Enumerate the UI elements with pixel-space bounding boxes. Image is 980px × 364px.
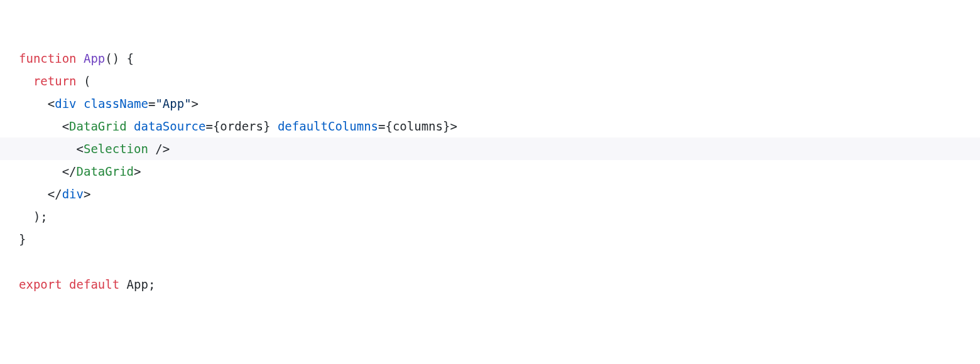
code-token	[77, 51, 84, 65]
code-token: className	[84, 97, 148, 110]
code-token: DataGrid	[69, 119, 127, 133]
code-line: );	[19, 205, 980, 228]
code-token: "App"	[155, 97, 191, 110]
code-token: </	[48, 187, 62, 201]
code-token: div	[62, 187, 84, 201]
code-token: {columns}>	[385, 119, 457, 133]
code-block: function App() { return ( <div className…	[0, 0, 980, 296]
code-line	[19, 250, 980, 273]
code-token: </	[62, 164, 77, 178]
code-token: =	[148, 97, 155, 110]
code-token: DataGrid	[77, 164, 134, 178]
code-line: </div>	[19, 183, 980, 205]
code-line: function App() {	[19, 47, 980, 70]
code-line: return (	[19, 70, 980, 92]
code-token: export	[19, 277, 62, 291]
code-token: }	[19, 232, 26, 246]
code-line: <DataGrid dataSource={orders} defaultCol…	[19, 115, 980, 137]
code-token: =	[378, 119, 385, 133]
code-token: () {	[105, 51, 134, 65]
code-token: );	[33, 210, 48, 223]
code-line: export default App;	[19, 273, 980, 296]
code-token: return	[33, 74, 77, 88]
code-token: default	[69, 277, 119, 291]
code-token: defaultColumns	[278, 119, 378, 133]
code-token	[127, 119, 134, 133]
code-line: <div className="App">	[19, 92, 980, 115]
code-token: {orders}	[213, 119, 271, 133]
code-token: <	[77, 142, 84, 156]
code-token: App	[84, 51, 105, 65]
code-token: >	[192, 97, 199, 110]
code-line: </DataGrid>	[19, 160, 980, 183]
code-token	[62, 277, 69, 291]
code-token: div	[55, 97, 76, 110]
code-line: <Selection />	[0, 137, 980, 160]
code-token: (	[77, 74, 91, 88]
code-token: Selection	[84, 142, 148, 156]
code-token: dataSource	[134, 119, 205, 133]
code-token	[77, 97, 84, 110]
code-token: App;	[119, 277, 155, 291]
code-token: =	[205, 119, 212, 133]
code-token: <	[48, 97, 55, 110]
code-token: />	[148, 142, 170, 156]
code-line: }	[19, 228, 980, 250]
code-token: >	[134, 164, 141, 178]
code-token: <	[62, 119, 69, 133]
code-token	[270, 119, 277, 133]
code-token: >	[84, 187, 90, 201]
code-token: function	[19, 51, 77, 65]
